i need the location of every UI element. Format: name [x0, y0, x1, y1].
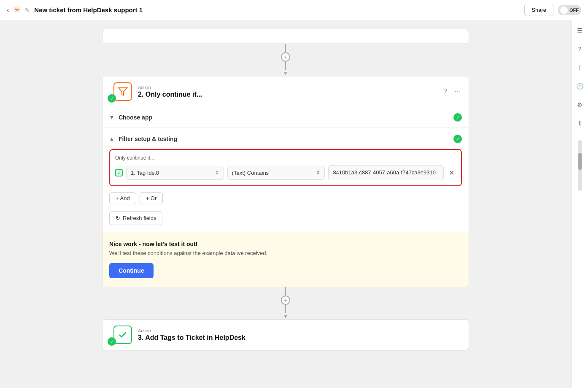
nav-right: Share OFF [524, 4, 581, 16]
share-button[interactable]: Share [524, 4, 553, 16]
action-card-step2: ✓ Action 2. Only continue if... ? · [102, 76, 469, 287]
flow-container: + ▼ ✓ Action [102, 29, 469, 350]
edit-icon[interactable]: ✎ [25, 7, 30, 14]
refresh-icon: ↻ [116, 215, 120, 221]
choose-app-section[interactable]: ▼ Choose app ✓ [102, 107, 469, 128]
choose-app-label: Choose app [119, 114, 453, 121]
sidebar-alert-icon[interactable]: ! [574, 62, 586, 73]
filter-row: ✓ 1. Tag Ids.0 ⇕ (Text) Contains ⇕ 8410b… [115, 165, 456, 180]
scrollbar-track[interactable] [578, 140, 582, 191]
refresh-label: Refresh fields [123, 215, 156, 221]
connector-2: + ▼ [281, 287, 290, 319]
action-title: 2. Only continue if... [138, 91, 436, 98]
top-nav: ‹ ✳ ✎ New ticket from HelpDesk support 1… [0, 0, 588, 20]
add-step-button-2[interactable]: + [281, 296, 290, 305]
card-header: ✓ Action 2. Only continue if... ? · [102, 76, 469, 107]
or-button[interactable]: + Or [140, 192, 163, 204]
nav-left: ‹ ✳ ✎ New ticket from HelpDesk support 1 [7, 5, 143, 16]
choose-app-check: ✓ [453, 113, 462, 122]
action-label: Action [138, 85, 436, 90]
sidebar-info-icon[interactable]: ℹ [574, 117, 586, 129]
filter-section-header[interactable]: ▲ Filter setup & testing ✓ [109, 135, 462, 143]
chevron-down-icon: ▼ [109, 114, 114, 120]
more-options-button[interactable]: ··· [453, 86, 462, 97]
filter-check: ✓ [453, 135, 462, 143]
stub-card [102, 29, 469, 44]
refresh-fields-button[interactable]: ↻ Refresh fields [109, 211, 162, 225]
sidebar-help-icon[interactable]: ? [574, 43, 586, 55]
filter-setup-section: ▲ Filter setup & testing ✓ Only continue… [102, 128, 469, 232]
icon-badge-wrap2: ✓ [109, 326, 132, 344]
svg-marker-0 [119, 88, 127, 95]
field-select[interactable]: 1. Tag Ids.0 ⇕ [126, 166, 224, 180]
sidebar-menu-icon[interactable]: ☰ [574, 24, 586, 36]
step3-action-label: Action [138, 328, 462, 333]
remove-filter-button[interactable]: ✕ [447, 167, 456, 179]
add-step-button[interactable]: + [281, 52, 290, 62]
back-button[interactable]: ‹ [7, 6, 9, 14]
toggle-circle [560, 6, 568, 14]
toggle-wrap[interactable]: OFF [558, 5, 581, 15]
connector-line-3 [285, 287, 286, 296]
test-line1: Nice work - now let's test it out! [109, 241, 462, 247]
connector-line-2 [285, 62, 286, 70]
chevron-up-icon: ▲ [109, 136, 114, 142]
filter-icon [113, 82, 132, 101]
filter-section-title: Filter setup & testing [119, 136, 453, 142]
field-select-arrow-icon: ⇕ [215, 170, 219, 176]
step3-icon [113, 326, 132, 344]
step3-check-badge: ✓ [108, 337, 116, 346]
header-text: Action 2. Only continue if... [138, 85, 436, 98]
arrow-down-icon-2: ▼ [283, 313, 289, 319]
filter-condition-label: Only continue if... [115, 155, 456, 161]
condition-select[interactable]: (Text) Contains ⇕ [227, 166, 325, 180]
connector-line-4 [285, 305, 286, 313]
arrow-down-icon: ▼ [283, 70, 289, 76]
filter-checkbox[interactable]: ✓ [115, 169, 123, 176]
filter-box: Only continue if... ✓ 1. Tag Ids.0 ⇕ (Te… [109, 149, 462, 186]
step3-title: 3. Add Tags to Ticket in HelpDesk [138, 334, 462, 342]
condition-select-arrow-icon: ⇕ [316, 170, 320, 176]
field-select-text: 1. Tag Ids.0 [131, 170, 159, 176]
scrollbar-thumb[interactable] [578, 153, 582, 170]
connector-1: + ▼ [281, 44, 290, 76]
page-title: New ticket from HelpDesk support 1 [34, 6, 143, 14]
help-button[interactable]: ? [442, 86, 449, 97]
header-actions: ? ··· [442, 86, 462, 97]
icon-badge-wrap: ✓ [109, 82, 132, 101]
toggle-label: OFF [569, 8, 579, 13]
test-line2: We'll test these conditions against the … [109, 250, 462, 256]
step-check-badge: ✓ [108, 94, 116, 103]
logic-buttons: + And + Or [109, 192, 462, 204]
main-layout: + ▼ ✓ Action [0, 20, 588, 388]
connector-line [285, 44, 286, 52]
test-section: Nice work - now let's test it out! We'll… [102, 232, 469, 287]
action-card-step3: ✓ Action 3. Add Tags to Ticket in HelpDe… [102, 319, 469, 350]
canvas[interactable]: + ▼ ✓ Action [0, 20, 571, 388]
and-button[interactable]: + And [109, 192, 136, 204]
continue-button[interactable]: Continue [109, 263, 154, 278]
filter-value: 8410b1a3-c887-4057-a60a-f747ca3e9310 [328, 165, 444, 180]
right-sidebar: ☰ ? ! 🕐 ⚙ ℹ [571, 20, 588, 388]
logo-icon: ✳ [13, 5, 21, 16]
sidebar-history-icon[interactable]: 🕐 [574, 80, 586, 92]
sidebar-settings-icon[interactable]: ⚙ [574, 99, 586, 111]
step3-text: Action 3. Add Tags to Ticket in HelpDesk [138, 328, 462, 342]
condition-select-text: (Text) Contains [232, 170, 269, 176]
